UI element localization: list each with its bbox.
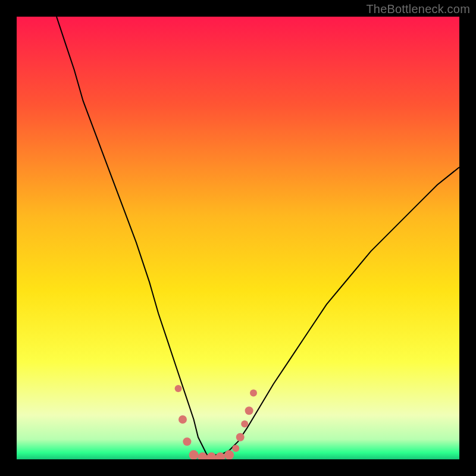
watermark-text: TheBottleneck.com [366, 2, 470, 16]
sweet-spot-marker [250, 389, 257, 396]
chart-frame: TheBottleneck.com [0, 0, 476, 476]
sweet-spot-marker [175, 385, 182, 392]
sweet-spot-marker [241, 421, 248, 428]
sweet-spot-marker [236, 433, 245, 441]
sweet-spot-marker [178, 415, 187, 424]
sweet-spot-marker [224, 450, 234, 459]
bottleneck-chart [17, 17, 459, 459]
sweet-spot-marker [245, 406, 253, 415]
gradient-background [17, 17, 459, 459]
sweet-spot-marker [232, 444, 239, 452]
sweet-spot-marker [189, 450, 199, 459]
sweet-spot-marker [183, 437, 191, 446]
